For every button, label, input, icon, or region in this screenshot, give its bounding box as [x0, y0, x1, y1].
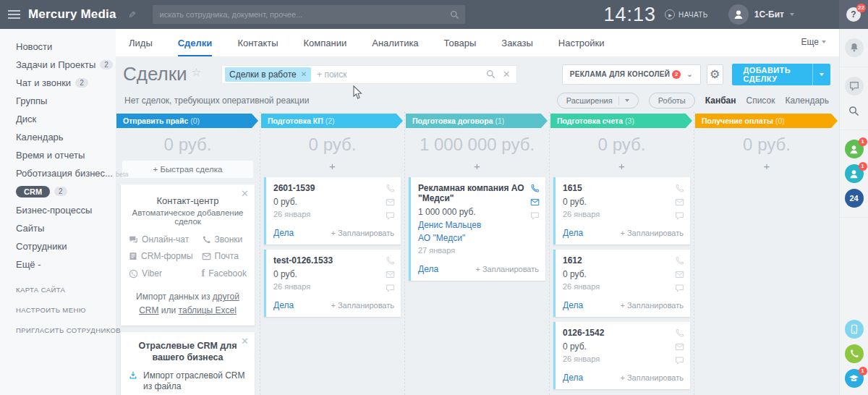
phone-icon[interactable] — [386, 256, 395, 266]
tab-deals[interactable]: Сделки2 — [178, 38, 213, 56]
worktime-clock[interactable]: 14:13 — [603, 4, 656, 26]
chat-icon[interactable] — [530, 211, 540, 221]
phone-icon[interactable] — [675, 256, 684, 266]
help-button[interactable]: ? 22 — [839, 0, 868, 29]
phone-icon[interactable] — [675, 184, 684, 193]
online-users-button[interactable]: 1 — [845, 140, 864, 158]
sitemap-link[interactable]: КАРТА САЙТА — [16, 286, 121, 294]
deal-activities-link[interactable]: Дела — [418, 264, 438, 274]
tab-contacts[interactable]: Контакты — [237, 38, 278, 56]
sidebar-item-more[interactable]: Ещё - — [0, 255, 116, 273]
stage-header-proposal[interactable]: Подготовка КП (2) — [261, 114, 403, 128]
quick-deal-button[interactable]: + Быстрая сделка — [122, 161, 253, 178]
close-icon[interactable]: ✕ — [241, 188, 249, 199]
view-calendar[interactable]: Календарь — [785, 95, 829, 106]
chat-icon[interactable] — [675, 356, 684, 365]
mail-icon[interactable] — [675, 198, 684, 207]
deal-card[interactable]: 2601-1539 0 руб. 26 января Дела + Заплан… — [264, 177, 401, 245]
chat-icon[interactable] — [675, 284, 684, 293]
chat-icon[interactable] — [386, 211, 395, 221]
telephony-button[interactable] — [845, 344, 864, 363]
deal-contact-link[interactable]: Денис Мальцев — [418, 220, 539, 230]
funnel-selector-button[interactable]: РЕКЛАМА ДЛЯ КОНСОЛЕЙ 2 ⌄ — [562, 64, 701, 85]
tab-companies[interactable]: Компании — [304, 38, 347, 56]
chat-icon[interactable] — [675, 211, 684, 221]
invite-employees-link[interactable]: ПРИГЛАСИТЬ СОТРУДНИКОВ — [16, 326, 121, 334]
worktime-start-button[interactable]: ▶ НАЧАТЬ — [665, 9, 708, 20]
chip-remove-icon[interactable]: ✕ — [301, 70, 307, 78]
deal-card[interactable]: 1615 0 руб. 26 января Дела + Запланирова… — [553, 177, 690, 245]
notifications-button[interactable] — [845, 38, 864, 57]
close-icon[interactable]: ✕ — [241, 336, 249, 347]
configure-menu-link[interactable]: НАСТРОИТЬ МЕНЮ — [16, 306, 121, 314]
sidebar-item-groups[interactable]: Группы — [0, 92, 116, 110]
sidebar-item-calendar[interactable]: Календарь — [0, 128, 116, 146]
sidebar-item-disk[interactable]: Диск — [0, 110, 116, 128]
deal-activities-link[interactable]: Дела — [563, 300, 583, 310]
edit-title-icon[interactable]: ✎ — [128, 9, 136, 20]
robots-button[interactable]: Роботы — [649, 93, 695, 109]
industry-import-item[interactable]: Импорт отраслевой CRM из файла — [129, 370, 247, 393]
user-menu[interactable]: 1С-Бит — [728, 4, 794, 25]
tabs-more-button[interactable]: Еще — [801, 37, 826, 56]
sidebar-item-rpa[interactable]: Роботизация бизнес...beta — [0, 164, 116, 182]
stage-header-contract[interactable]: Подготовка договора (1) — [406, 114, 548, 128]
deal-plan-link[interactable]: + Запланировать — [331, 301, 394, 310]
tab-analytics[interactable]: Аналитика — [372, 38, 418, 56]
rail-search-button[interactable] — [845, 101, 864, 120]
settings-gear-button[interactable]: ⚙ — [707, 64, 723, 85]
channel-viber[interactable]: Viber — [129, 268, 192, 279]
tab-leads[interactable]: Лиды — [129, 38, 153, 56]
mail-icon[interactable] — [386, 198, 395, 207]
deal-activities-link[interactable]: Дела — [563, 228, 583, 238]
extensions-button[interactable]: Расширения — [557, 93, 639, 109]
sidebar-item-time-reports[interactable]: Время и отчеты — [0, 146, 116, 164]
add-deal-dropdown[interactable] — [812, 64, 830, 85]
phone-icon[interactable] — [675, 328, 684, 338]
deal-card[interactable]: 1612 0 руб. 26 января Дела + Запланирова… — [553, 250, 690, 317]
menu-hamburger-icon[interactable] — [8, 8, 20, 21]
chat-icon[interactable] — [386, 284, 395, 293]
deal-plan-link[interactable]: + Запланировать — [620, 301, 684, 310]
filter-chip[interactable]: Сделки в работе✕ — [225, 67, 311, 82]
add-deal-plus[interactable]: + — [694, 160, 839, 172]
tab-products[interactable]: Товары — [444, 38, 477, 56]
mail-icon[interactable] — [530, 198, 540, 207]
training-button[interactable]: 1 — [845, 369, 864, 388]
tab-orders[interactable]: Заказы — [501, 38, 532, 56]
channel-online-chat[interactable]: Онлайн-чат — [129, 234, 192, 245]
deal-plan-link[interactable]: + Запланировать — [620, 373, 684, 382]
channel-crm-forms[interactable]: CRM-формы — [129, 251, 192, 261]
bitrix24-button[interactable]: 24 — [845, 189, 864, 208]
favorite-star-icon[interactable]: ☆ — [192, 66, 201, 79]
sidebar-item-news[interactable]: Новости — [0, 38, 116, 56]
search-icon[interactable] — [450, 10, 459, 20]
mail-icon[interactable] — [675, 342, 684, 352]
deal-activities-link[interactable]: Дела — [273, 300, 294, 310]
deal-activities-link[interactable]: Дела — [273, 228, 294, 238]
deal-plan-link[interactable]: + Запланировать — [620, 229, 684, 237]
mail-icon[interactable] — [675, 270, 684, 279]
filter-clear-icon[interactable]: ✕ — [503, 69, 511, 80]
sidebar-item-business-processes[interactable]: Бизнес-процессы — [0, 201, 116, 219]
view-kanban[interactable]: Канбан — [705, 95, 736, 106]
sidebar-item-chat-calls[interactable]: Чат и звонки2 — [0, 74, 116, 92]
sidebar-item-employees[interactable]: Сотрудники — [0, 237, 116, 255]
channel-calls[interactable]: Звонки — [202, 234, 247, 245]
deal-card[interactable]: test-0126.1533 0 руб. 26 января Дела + З… — [264, 250, 401, 317]
view-list[interactable]: Список — [746, 95, 775, 106]
guests-button[interactable]: 1 — [845, 164, 864, 183]
add-deal-plus[interactable]: + — [405, 160, 549, 172]
deal-card[interactable]: 0126-1542 0 руб. 26 января Дела + Заплан… — [553, 322, 690, 389]
add-deal-button[interactable]: ДОБАВИТЬ СДЕЛКУ — [732, 64, 830, 85]
deal-company-link[interactable]: АО "Медси" — [418, 233, 539, 243]
sidebar-item-tasks[interactable]: Задачи и Проекты2 — [0, 56, 116, 74]
phone-icon[interactable] — [530, 184, 540, 193]
deal-plan-link[interactable]: + Запланировать — [331, 229, 394, 237]
mail-icon[interactable] — [386, 270, 395, 279]
sidebar-item-sites[interactable]: Сайты — [0, 219, 116, 237]
global-search-input[interactable] — [153, 10, 450, 19]
sidebar-item-crm[interactable]: CRM2 — [0, 182, 116, 201]
filter-search-box[interactable]: Сделки в работе✕ ✕ — [221, 65, 517, 84]
messenger-button[interactable] — [845, 77, 864, 95]
